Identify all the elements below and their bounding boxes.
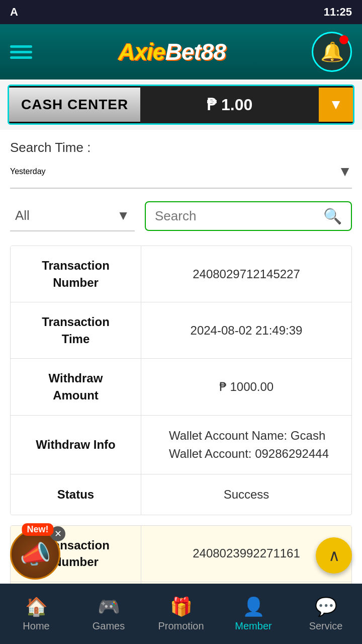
nav-item-home[interactable]: 🏠 Home [0,584,72,644]
nav-item-promotion[interactable]: 🎁 Promotion [145,584,217,644]
cash-center-amount: ₱ 1.00 [140,86,319,123]
nav-label-home: Home [23,620,49,632]
cash-center-dropdown-button[interactable]: ▼ [319,88,353,122]
table-row: Withdraw Info Wallet Account Name: Gcash… [11,416,351,474]
withdraw-amount-label: WithdrawAmount [11,359,141,415]
withdraw-info-label: Withdraw Info [11,416,141,474]
withdraw-info-value: Wallet Account Name: GcashWallet Account… [141,416,351,474]
scroll-to-top-button[interactable]: ∧ [316,537,352,574]
transaction-table-1: TransactionNumber 2408029712145227 Trans… [10,246,352,515]
nav-item-service[interactable]: 💬 Service [290,584,362,644]
games-icon: 🎮 [98,596,120,617]
cash-center-label: CASH CENTER [9,88,140,122]
nav-item-games[interactable]: 🎮 Games [72,584,145,644]
nav-label-games: Games [93,620,125,632]
notification-button[interactable]: 🔔 [312,32,352,72]
category-filter-dropdown[interactable]: All ▼ [10,201,135,231]
new-badge-label: New! [22,523,53,536]
search-icon: 🔍 [323,207,342,225]
header: AxieBet88 🔔 [0,24,362,79]
withdraw-amount-value: ₱ 1000.00 [141,359,351,415]
carrier-label: A [10,6,18,19]
filter-arrow-icon: ▼ [117,208,130,223]
transaction-time-value: 2024-08-02 21:49:39 [141,302,351,358]
table-row: Status Success [11,474,351,515]
status-value: Success [141,474,351,515]
transaction-time-label: TransactionTime [11,302,141,358]
bottom-navigation: 🏠 Home 🎮 Games 🎁 Promotion 👤 Member 💬 Se… [0,584,362,644]
service-icon: 💬 [315,596,337,617]
promo-badge[interactable]: New! 📣 ✕ [10,523,65,579]
transaction-number-label: TransactionNumber [11,246,141,302]
filter-row: All ▼ 🔍 [10,201,352,231]
time-label: 11:25 [324,6,352,19]
bell-icon: 🔔 [320,41,344,63]
search-box[interactable]: 🔍 [145,201,352,231]
member-icon: 👤 [242,596,265,617]
cash-center-bar: CASH CENTER ₱ 1.00 ▼ [8,85,354,125]
time-dropdown-arrow-icon: ▼ [338,164,352,180]
promotion-icon: 🎁 [170,596,193,617]
nav-label-promotion: Promotion [158,620,204,632]
search-input[interactable] [155,208,318,224]
transaction-number-value: 2408029712145227 [141,246,351,302]
nav-item-member[interactable]: 👤 Member [217,584,290,644]
notification-dot [339,35,348,44]
hamburger-menu[interactable] [10,45,32,59]
table-row: TransactionTime 2024-08-02 21:49:39 [11,302,351,359]
status-bar: A 11:25 [0,0,362,24]
nav-label-member: Member [235,620,272,632]
table-row: WithdrawAmount ₱ 1000.00 [11,359,351,415]
table-row: TransactionNumber 2408029712145227 [11,246,351,302]
category-filter-value: All [15,208,30,223]
time-period-dropdown[interactable]: Yesterday ▼ [10,164,352,189]
time-period-value: Yesterday [10,167,46,176]
nav-label-service: Service [309,620,343,632]
search-time-label: Search Time : [10,140,352,155]
status-label: Status [11,474,141,515]
logo: AxieBet88 [118,38,225,65]
home-icon: 🏠 [25,596,48,617]
